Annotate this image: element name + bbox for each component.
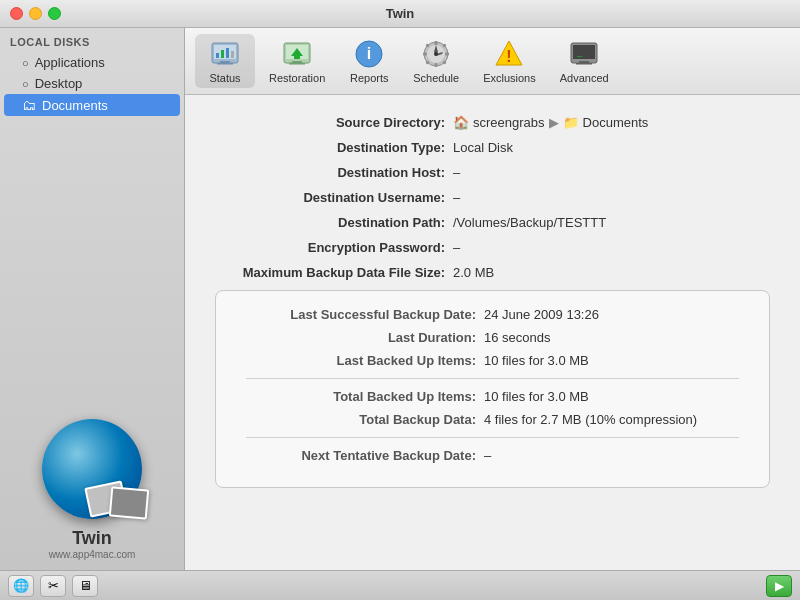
path-end: Documents: [583, 115, 649, 130]
window-controls[interactable]: [10, 7, 61, 20]
reports-icon: i: [353, 38, 385, 70]
reports-label: Reports: [350, 72, 389, 84]
total-backup-label: Total Backup Data:: [246, 412, 476, 427]
next-tentative-value: –: [484, 448, 491, 463]
destination-path-label: Destination Path:: [215, 215, 445, 230]
sidebar-item-label: Documents: [42, 98, 108, 113]
restoration-label: Restoration: [269, 72, 325, 84]
window-title: Twin: [386, 6, 415, 21]
logo-url: www.app4mac.com: [49, 549, 136, 560]
toolbar-btn-advanced[interactable]: _ Advanced: [550, 34, 619, 88]
svg-text:i: i: [367, 45, 371, 62]
total-backup-row: Total Backup Data: 4 files for 2.7 MB (1…: [246, 412, 739, 427]
schedule-icon: [420, 38, 452, 70]
stats-divider-1: [246, 378, 739, 379]
last-backed-value: 10 files for 3.0 MB: [484, 353, 589, 368]
toolbar-btn-status[interactable]: Status: [195, 34, 255, 88]
max-backup-row: Maximum Backup Data File Size: 2.0 MB: [215, 265, 770, 280]
destination-host-label: Destination Host:: [215, 165, 445, 180]
toolbar-btn-schedule[interactable]: Schedule: [403, 34, 469, 88]
sidebar-item-documents[interactable]: 🗂 Documents: [4, 94, 180, 116]
destination-host-row: Destination Host: –: [215, 165, 770, 180]
svg-rect-10: [292, 61, 302, 63]
monitor-button[interactable]: 🖥: [72, 575, 98, 597]
sidebar-item-desktop[interactable]: ○ Desktop: [0, 73, 184, 94]
home-icon: 🏠: [453, 115, 469, 130]
sidebar-logo: Twin www.app4mac.com: [0, 404, 184, 570]
source-directory-row: Source Directory: 🏠 screengrabs ▶ 📁 Docu…: [215, 115, 770, 130]
logo-name: Twin: [72, 528, 112, 549]
zoom-button[interactable]: [48, 7, 61, 20]
svg-rect-11: [289, 63, 305, 65]
toolbar-btn-restoration[interactable]: Restoration: [259, 34, 335, 88]
svg-rect-7: [231, 51, 234, 58]
last-duration-label: Last Duration:: [246, 330, 476, 345]
max-backup-value: 2.0 MB: [453, 265, 494, 280]
minimize-button[interactable]: [29, 7, 42, 20]
last-successful-value: 24 June 2009 13:26: [484, 307, 599, 322]
restoration-icon: [281, 38, 313, 70]
max-backup-label: Maximum Backup Data File Size:: [215, 265, 445, 280]
svg-rect-6: [226, 48, 229, 58]
title-bar: Twin: [0, 0, 800, 28]
destination-username-label: Destination Username:: [215, 190, 445, 205]
disk-icon: ○: [22, 57, 29, 69]
sidebar-item-label: Desktop: [35, 76, 83, 91]
play-icon: ▶: [775, 579, 784, 593]
last-duration-value: 16 seconds: [484, 330, 551, 345]
stats-box: Last Successful Backup Date: 24 June 200…: [215, 290, 770, 488]
last-successful-row: Last Successful Backup Date: 24 June 200…: [246, 307, 739, 322]
svg-point-20: [434, 52, 438, 56]
toolbar: Status Restoration: [185, 28, 800, 95]
svg-rect-4: [216, 53, 219, 58]
sidebar-item-applications[interactable]: ○ Applications: [0, 52, 184, 73]
encryption-password-label: Encryption Password:: [215, 240, 445, 255]
toolbar-btn-reports[interactable]: i Reports: [339, 34, 399, 88]
svg-rect-23: [423, 53, 427, 56]
arrow-sep: ▶: [549, 115, 559, 130]
svg-rect-13: [294, 56, 300, 59]
photo-thumb-2: [109, 486, 149, 519]
sidebar-section-header: LOCAL DISKS: [0, 28, 184, 52]
main-content: Status Restoration: [185, 28, 800, 570]
status-label: Status: [209, 72, 240, 84]
destination-type-value: Local Disk: [453, 140, 513, 155]
close-button[interactable]: [10, 7, 23, 20]
next-tentative-row: Next Tentative Backup Date: –: [246, 448, 739, 463]
destination-path-value: /Volumes/Backup/TESTTT: [453, 215, 606, 230]
svg-rect-2: [220, 61, 230, 63]
folder-icon: 📁: [563, 115, 579, 130]
globe-button[interactable]: 🌐: [8, 575, 34, 597]
sidebar: LOCAL DISKS ○ Applications ○ Desktop 🗂 D…: [0, 28, 185, 570]
play-button[interactable]: ▶: [766, 575, 792, 597]
last-backed-row: Last Backed Up Items: 10 files for 3.0 M…: [246, 353, 739, 368]
app-body: LOCAL DISKS ○ Applications ○ Desktop 🗂 D…: [0, 28, 800, 570]
source-directory-label: Source Directory:: [215, 115, 445, 130]
total-backed-label: Total Backed Up Items:: [246, 389, 476, 404]
exclusions-icon: !: [493, 38, 525, 70]
last-successful-label: Last Successful Backup Date:: [246, 307, 476, 322]
stats-divider-2: [246, 437, 739, 438]
path-text: screengrabs: [473, 115, 545, 130]
logo-globe: [32, 414, 152, 524]
bottom-bar: 🌐 ✂ 🖥 ▶: [0, 570, 800, 600]
sidebar-item-label: Applications: [35, 55, 105, 70]
svg-text:_: _: [577, 47, 583, 57]
destination-username-value: –: [453, 190, 460, 205]
svg-rect-5: [221, 50, 224, 58]
monitor-icon: 🖥: [79, 578, 92, 593]
schedule-label: Schedule: [413, 72, 459, 84]
last-backed-label: Last Backed Up Items:: [246, 353, 476, 368]
total-backup-value: 4 files for 2.7 MB (10% compression): [484, 412, 697, 427]
toolbar-btn-exclusions[interactable]: ! Exclusions: [473, 34, 546, 88]
tools-button[interactable]: ✂: [40, 575, 66, 597]
svg-rect-34: [576, 63, 592, 65]
svg-text:!: !: [507, 48, 512, 65]
disk-icon: ○: [22, 78, 29, 90]
exclusions-label: Exclusions: [483, 72, 536, 84]
destination-type-row: Destination Type: Local Disk: [215, 140, 770, 155]
globe-icon: 🌐: [13, 578, 29, 593]
encryption-password-value: –: [453, 240, 460, 255]
total-backed-value: 10 files for 3.0 MB: [484, 389, 589, 404]
destination-username-row: Destination Username: –: [215, 190, 770, 205]
